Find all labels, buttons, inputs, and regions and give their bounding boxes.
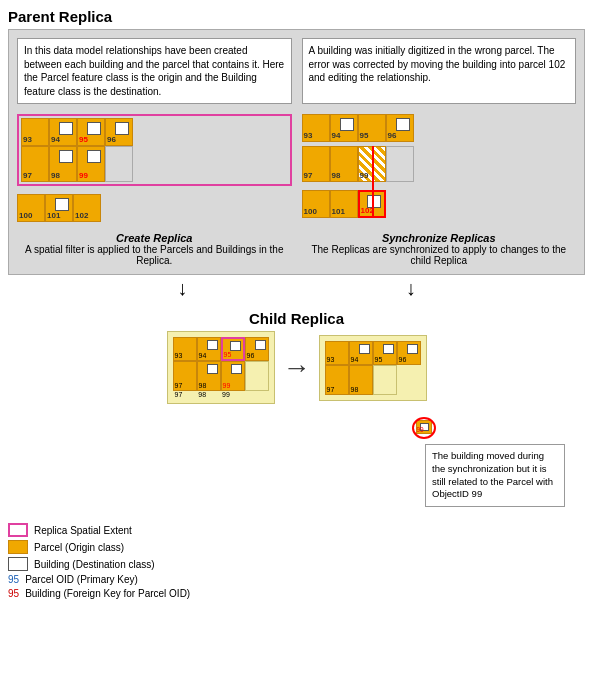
parcel-93: 93 [21, 118, 49, 146]
c-parcel-96: 96 [245, 337, 269, 361]
legend-label-parcel: Parcel (Origin class) [34, 542, 124, 553]
legend-label-spatial: Replica Spatial Extent [34, 525, 132, 536]
building-94 [59, 122, 73, 135]
parcel-blank-1 [105, 146, 133, 182]
child-replica-title: Child Replica [8, 310, 585, 327]
child-diagram-row: 93 94 95 96 [8, 331, 585, 404]
c-building-96 [255, 340, 266, 350]
sync-replica-body: The Replicas are synchronized to apply t… [302, 244, 577, 266]
r-parcel-98: 98 [330, 146, 358, 182]
left-down-arrow: ↓ [177, 277, 187, 300]
parent-replica-box: In this data model relationships have be… [8, 29, 585, 275]
child-left-row2: 97 98 99 [173, 361, 269, 391]
child-left-row3: 97 98 99 [173, 391, 269, 398]
rc-parcel-blank [373, 365, 397, 395]
legend-label-building-fk: Building (Foreign Key for Parcel OID) [25, 588, 190, 599]
c-parcel-97: 97 [173, 361, 197, 391]
c-parcel-99: 99 [221, 361, 245, 391]
c-blank-1 [245, 361, 269, 391]
right-child-panel: 93 94 95 96 [319, 335, 427, 401]
c-building-94 [207, 340, 218, 350]
sync-replica-title: Synchronize Replicas [302, 232, 577, 244]
rc-parcel-97: 97 [325, 365, 349, 395]
r-parcel-94: 94 [330, 114, 358, 142]
parcel-94: 94 [49, 118, 77, 146]
child-right-row1: 93 94 95 96 [325, 341, 421, 365]
parcel-99: 99 [77, 146, 105, 182]
r-building-102 [367, 195, 381, 208]
legend-red-num: 95 [8, 588, 19, 599]
child-right-row2: 97 98 [325, 365, 421, 395]
child-left-row1: 93 94 95 96 [173, 337, 269, 361]
c-building-95 [230, 341, 241, 351]
building-98 [59, 150, 73, 163]
c-parcel-95: 95 [221, 337, 245, 361]
parent-top-row: In this data model relationships have be… [17, 38, 576, 104]
right-text-bubble: A building was initially digitized in th… [302, 38, 577, 104]
legend-item-parcel-oid: 95 Parcel OID (Primary Key) [8, 574, 585, 585]
parcel-100: 100 [17, 194, 45, 222]
legend-item-spatial-extent: Replica Spatial Extent [8, 523, 585, 537]
right-row-1: 93 94 95 96 [302, 114, 577, 142]
middle-labels: Create Replica A spatial filter is appli… [17, 232, 576, 266]
r-building-94 [340, 118, 354, 131]
rc-parcel-93: 93 [325, 341, 349, 365]
building-101 [55, 198, 69, 211]
legend-white-box [8, 557, 28, 571]
building-95 [87, 122, 101, 135]
building-99 [87, 150, 101, 163]
right-row-2: 97 98 99 [302, 146, 577, 182]
child-replica-section: Child Replica 93 94 95 [8, 310, 585, 507]
r-parcel-95: 95 [358, 114, 386, 142]
legend-item-parcel: Parcel (Origin class) [8, 540, 585, 554]
c-parcel-98: 98 [197, 361, 221, 391]
legend-label-building: Building (Destination class) [34, 559, 155, 570]
page-container: Parent Replica In this data model relati… [0, 0, 593, 610]
left-text-bubble: In this data model relationships have be… [17, 38, 292, 104]
parcel-98: 98 [49, 146, 77, 182]
parcel-96: 96 [105, 118, 133, 146]
red-line [372, 146, 374, 216]
left-row-3: 100 101 102 [17, 194, 292, 222]
r-parcel-97: 97 [302, 146, 330, 182]
rc-building-95 [383, 344, 394, 354]
diagram-area: 93 94 95 96 [17, 114, 576, 222]
left-grid-pink-border: 93 94 95 96 [17, 114, 292, 186]
c-building-98 [207, 364, 218, 374]
r-parcel-100: 100 [302, 190, 330, 218]
legend-item-building-fk: 95 Building (Foreign Key for Parcel OID) [8, 588, 585, 599]
r-parcel-96: 96 [386, 114, 414, 142]
right-down-arrow: ↓ [406, 277, 416, 300]
r-parcel-blank-2 [386, 146, 414, 182]
big-arrow: → [283, 352, 311, 384]
left-row-1: 93 94 95 96 [21, 118, 288, 146]
moved-parcel-99: 99 [416, 420, 432, 434]
left-child-bg: 93 94 95 96 [167, 331, 275, 404]
rc-parcel-98: 98 [349, 365, 373, 395]
legend-item-building: Building (Destination class) [8, 557, 585, 571]
legend-orange-box [8, 540, 28, 554]
legend-blue-num: 95 [8, 574, 19, 585]
r-parcel-101: 101 [330, 190, 358, 218]
parcel-97: 97 [21, 146, 49, 182]
left-diagram-panel: 93 94 95 96 [17, 114, 292, 222]
c-building-99 [231, 364, 242, 374]
parcel-101: 101 [45, 194, 73, 222]
parcel-102: 102 [73, 194, 101, 222]
create-replica-title: Create Replica [17, 232, 292, 244]
sync-replica-box: Synchronize Replicas The Replicas are sy… [302, 232, 577, 266]
create-replica-body: A spatial filter is applied to the Parce… [17, 244, 292, 266]
parent-replica-title: Parent Replica [8, 8, 585, 25]
legend-label-parcel-oid: Parcel OID (Primary Key) [25, 574, 138, 585]
rc-parcel-95: 95 [373, 341, 397, 365]
building-96 [115, 122, 129, 135]
r-building-96 [396, 118, 410, 131]
r-parcel-93: 93 [302, 114, 330, 142]
c-parcel-93: 93 [173, 337, 197, 361]
parcel-95: 95 [77, 118, 105, 146]
right-diagram-panel: 93 94 95 96 [302, 114, 577, 222]
c-parcel-94: 94 [197, 337, 221, 361]
moved-building-container: 99 [416, 420, 432, 434]
right-child-bg: 93 94 95 96 [319, 335, 427, 401]
left-child-panel: 93 94 95 96 [167, 331, 275, 404]
